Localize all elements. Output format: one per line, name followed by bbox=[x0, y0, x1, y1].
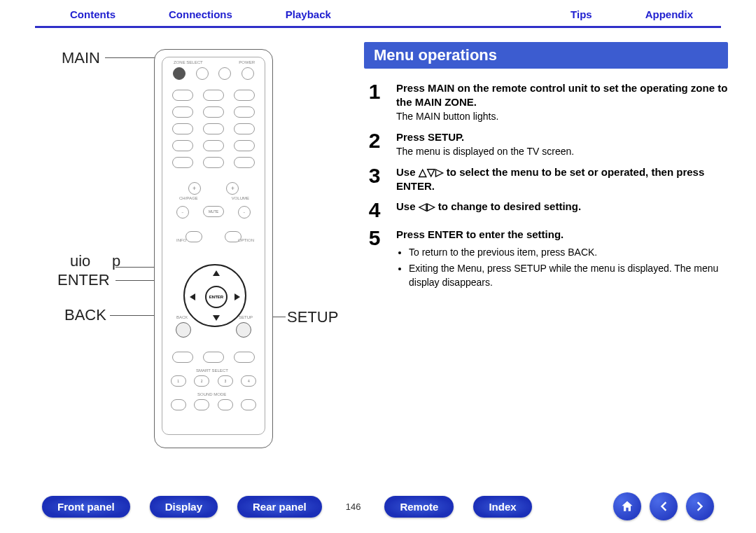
home-icon[interactable] bbox=[613, 492, 641, 520]
bottom-index[interactable]: Index bbox=[473, 496, 531, 518]
label-main: MAIN bbox=[62, 49, 100, 67]
bottom-rear-panel[interactable]: Rear panel bbox=[237, 496, 322, 518]
remote-outline: ZONE SELECT POWER CH/PAGE VOLU bbox=[154, 49, 273, 448]
nav-connections[interactable]: Connections bbox=[169, 8, 232, 20]
step-bullet: Exiting the Menu, press SETUP while the … bbox=[409, 262, 728, 289]
remote-power-button bbox=[241, 67, 254, 80]
remote-sleep-button bbox=[218, 67, 231, 80]
bottom-front-panel[interactable]: Front panel bbox=[42, 496, 130, 518]
step-subtext: The MAIN button lights. bbox=[396, 110, 728, 123]
nav-tips[interactable]: Tips bbox=[570, 8, 592, 20]
step-text: Press ENTER to enter the setting. bbox=[396, 228, 728, 242]
step-text: Press MAIN on the remote control unit to… bbox=[396, 81, 728, 109]
remote-illustration-area: MAIN uio p ENTER BACK SETUP ZONE SELECT … bbox=[28, 42, 350, 300]
arrow-right-icon[interactable] bbox=[686, 492, 714, 520]
step-text: Use ◁▷ to change to desired setting. bbox=[396, 200, 581, 214]
bottom-display[interactable]: Display bbox=[150, 496, 218, 518]
step-text: Press SETUP. bbox=[396, 130, 574, 144]
remote-enter-button: ENTER bbox=[205, 286, 227, 308]
step-number: 4 bbox=[364, 200, 385, 221]
page-number: 146 bbox=[342, 501, 365, 512]
step-number: 1 bbox=[364, 81, 385, 102]
label-enter: ENTER bbox=[57, 271, 110, 289]
steps-list: 1 Press MAIN on the remote control unit … bbox=[364, 81, 728, 293]
nav-appendix[interactable]: Appendix bbox=[645, 8, 693, 20]
step-bullet: To return to the previous item, press BA… bbox=[409, 246, 728, 260]
bottom-nav-bar: Front panel Display Rear panel 146 Remot… bbox=[0, 492, 756, 520]
nav-contents[interactable]: Contents bbox=[70, 8, 115, 20]
label-setup: SETUP bbox=[287, 308, 338, 326]
label-back: BACK bbox=[64, 306, 106, 324]
nav-playback[interactable]: Playback bbox=[286, 8, 331, 20]
remote-setup-button bbox=[236, 322, 251, 338]
bottom-remote[interactable]: Remote bbox=[384, 496, 454, 518]
remote-back-button bbox=[176, 322, 191, 338]
remote-dpad: ENTER bbox=[183, 264, 246, 327]
step-number: 3 bbox=[364, 165, 385, 186]
label-uio-p: uio p bbox=[70, 252, 120, 270]
top-nav-bar: Contents Connections Playback Tips Appen… bbox=[0, 0, 756, 25]
step-number: 5 bbox=[364, 228, 385, 249]
arrow-left-icon[interactable] bbox=[650, 492, 678, 520]
remote-main-button bbox=[173, 67, 186, 80]
remote-zone-button bbox=[196, 67, 209, 80]
step-subtext: The menu is displayed on the TV screen. bbox=[396, 145, 574, 158]
section-heading: Menu operations bbox=[364, 42, 728, 69]
step-number: 2 bbox=[364, 130, 385, 151]
step-text: Use △▽▷ to select the menu to be set or … bbox=[396, 165, 728, 193]
